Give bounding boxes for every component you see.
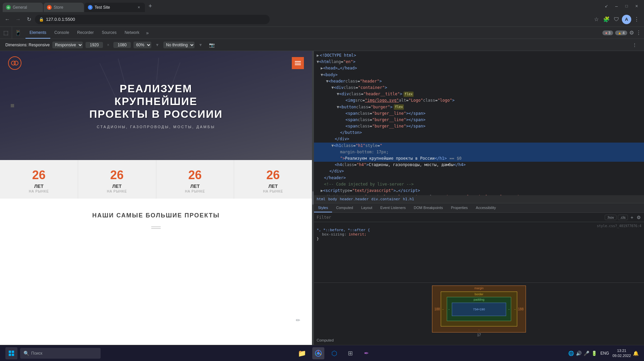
content-size: 734×190 — [473, 308, 485, 311]
warning-badge[interactable]: ▲ 4 — [615, 31, 627, 35]
window-maximize-btn[interactable]: □ — [622, 1, 631, 11]
dom-line-html[interactable]: ▼ <html lang="en" > — [314, 59, 644, 65]
back-button[interactable]: ← — [3, 15, 12, 24]
forward-button[interactable]: → — [13, 15, 23, 24]
devtools-settings-icon[interactable]: ⚙ — [629, 30, 634, 36]
dom-line-body[interactable]: ▼ <body> — [314, 72, 644, 78]
taskbar-pen[interactable]: ✒ — [361, 347, 373, 359]
dom-line-h4[interactable]: <h4 class="h4" > Стадионы, газопроводы, … — [314, 162, 644, 168]
dom-line-header[interactable]: ▼ <header class="header" > — [314, 78, 644, 85]
style-tab-accessibility[interactable]: Accessibility — [472, 203, 500, 212]
dom-line-header-title[interactable]: ▼ <div class="header__title" > flex — [314, 91, 644, 97]
prop-val-0[interactable]: inherit; — [348, 232, 366, 237]
taskbar-mic-icon[interactable]: 🎤 — [584, 351, 589, 356]
inspect-element-icon[interactable]: ⬚ — [0, 27, 12, 39]
new-tab-button[interactable]: + — [146, 1, 155, 11]
devtools-overflow-icon[interactable]: ⋮ — [636, 30, 641, 36]
hov-button[interactable]: :hov — [605, 215, 616, 220]
breadcrumb-body[interactable]: body — [328, 197, 337, 201]
height-input[interactable] — [113, 42, 131, 48]
taskbar-notification[interactable]: 🔔 — [633, 351, 639, 356]
dom-line-h1-text[interactable]: "> Реализуем крупнейшие проекты в России… — [314, 155, 644, 162]
dom-line-header-close[interactable]: </header> — [314, 175, 644, 181]
window-restore-btn[interactable]: ↙ — [602, 1, 611, 11]
dimensions-dropdown[interactable]: Responsive — [52, 42, 83, 48]
taskbar-search[interactable]: 🔍 Поиск — [20, 348, 101, 359]
taskbar-volume-icon[interactable]: 🔊 — [576, 351, 582, 356]
burger-button[interactable] — [292, 57, 304, 69]
breadcrumb-h1[interactable]: h1.h1 — [403, 197, 414, 201]
more-options-icon[interactable]: ⋮ — [632, 15, 641, 24]
responsive-more-icon[interactable]: ⋮ — [631, 41, 639, 49]
responsive-icon[interactable]: 📱 — [12, 27, 24, 39]
edit-icon[interactable]: ✏ — [293, 315, 303, 325]
style-tab-dom-breakpoints[interactable]: DOM Breakpoints — [410, 203, 447, 212]
extensions-icon[interactable]: 🧩 — [602, 15, 611, 24]
style-tab-event-listeners[interactable]: Event Listeners — [376, 203, 410, 212]
devtools-tab-elements[interactable]: Elements — [25, 27, 50, 39]
dom-line-doctype[interactable]: ▶ <!DOCTYPE html> — [314, 52, 644, 59]
tab-testsite[interactable]: T Test Site × — [85, 3, 145, 12]
dom-line-img[interactable]: <img src="img/logo.svg" alt="Logo" class… — [314, 97, 644, 104]
dom-line-burger[interactable]: ▼ <button class="burger" > flex — [314, 104, 644, 110]
filter-input[interactable] — [317, 215, 603, 220]
taskbar-language[interactable]: ENG — [599, 351, 610, 356]
shield-icon[interactable]: 🛡 — [612, 15, 621, 24]
cls-button[interactable]: .cls — [618, 215, 628, 220]
dom-line-container[interactable]: ▼ <div class="container" > — [314, 85, 644, 91]
browser-viewport[interactable]: РЕАЛИЗУЕМ КРУПНЕЙШИЕПРОЕКТЫ В РОССИИИ СТ… — [0, 51, 312, 345]
dom-line-head[interactable]: ▶ <head>…</head> — [314, 65, 644, 71]
zoom-dropdown[interactable]: 60% — [133, 42, 151, 48]
dom-line-div-close[interactable]: </div> — [314, 136, 644, 142]
breadcrumb-header[interactable]: header.header — [340, 197, 369, 201]
dom-line-comment[interactable]: <!-- Code injected by live-server --> — [314, 181, 644, 188]
reload-button[interactable]: ↻ — [24, 15, 34, 24]
style-tab-styles[interactable]: Styles — [314, 203, 332, 212]
address-bar[interactable]: 🔒 127.0.0.1:5500 — [35, 15, 270, 24]
tab-store[interactable]: S Store — [44, 3, 84, 12]
devtools-tab-network[interactable]: Network — [120, 27, 143, 39]
filter-settings-icon[interactable]: ⚙ — [636, 215, 641, 220]
prop-name-0[interactable]: box-sizing: — [322, 232, 346, 237]
dom-line-h1[interactable]: ▼ <h1 class="h1" style=" — [314, 143, 644, 149]
dom-line-span1[interactable]: <span class="burger__line" ></span> — [314, 110, 644, 117]
taskbar-vscode[interactable]: ⬡ — [328, 347, 340, 359]
window-minimize-btn[interactable]: – — [612, 1, 621, 11]
padding-box: padding - - 734×190 — [447, 297, 511, 321]
device-icon[interactable]: 📷 — [208, 41, 216, 49]
window-close-btn[interactable]: × — [632, 1, 641, 11]
dom-line-div2-close[interactable]: </div> — [314, 168, 644, 174]
devtools-tab-sources[interactable]: Sources — [98, 27, 120, 39]
breadcrumb-container[interactable]: div.container — [371, 197, 400, 201]
tab-close-testsite[interactable]: × — [136, 5, 142, 10]
style-selector-0[interactable]: *, *::before, *::after { — [317, 228, 641, 232]
taskbar-network-icon[interactable]: 🌐 — [568, 351, 574, 356]
styles-content[interactable]: style.css?_401977076:4 *, *::before, *::… — [314, 222, 644, 282]
filter-plus-icon[interactable]: + — [629, 215, 635, 220]
style-source-0[interactable]: style.css?_401977076:4 — [317, 224, 641, 228]
devtools-more-tabs[interactable]: » — [143, 30, 151, 36]
width-input[interactable] — [86, 42, 103, 48]
devtools-tab-recorder[interactable]: Recorder — [73, 27, 98, 39]
taskbar-terminal[interactable]: ⊞ — [344, 347, 357, 359]
dom-line-script[interactable]: ▶ <script type="text/javascript" > … </s… — [314, 188, 644, 194]
style-tab-properties[interactable]: Properties — [447, 203, 472, 212]
devtools-tab-console[interactable]: Console — [50, 27, 73, 39]
breadcrumb-html[interactable]: html — [317, 197, 326, 201]
dom-line-span2[interactable]: <span class="burger__line" ></span> — [314, 117, 644, 123]
style-tab-layout[interactable]: Layout — [357, 203, 376, 212]
throttle-dropdown[interactable]: No throttling — [163, 42, 195, 48]
dom-tree[interactable]: ▶ <!DOCTYPE html> ▼ <html lang="en" > ▶ … — [314, 51, 644, 195]
bookmarks-icon[interactable]: ☆ — [592, 15, 601, 24]
dom-line-span3[interactable]: <span class="burger__line" ></span> — [314, 123, 644, 130]
tab-general[interactable]: G General — [3, 3, 43, 12]
profile-icon[interactable]: A — [622, 15, 631, 24]
dom-line-button-close[interactable]: </button> — [314, 130, 644, 136]
dom-line-h1-style[interactable]: margin-bottom: 17px; — [314, 149, 644, 155]
style-tab-computed[interactable]: Computed — [332, 203, 357, 212]
taskbar-battery-icon[interactable]: 🔋 — [591, 351, 597, 356]
taskbar-chrome[interactable] — [312, 347, 324, 359]
taskbar-start[interactable] — [5, 347, 17, 359]
error-badge[interactable]: ● 3 — [602, 31, 613, 35]
taskbar-explorer[interactable]: 📁 — [296, 347, 308, 359]
